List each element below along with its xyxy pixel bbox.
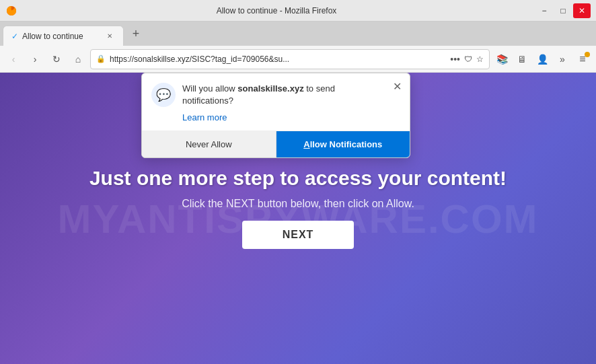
title-bar-title: Allow to continue - Mozilla Firefox bbox=[17, 6, 535, 15]
main-heading: Just one more step to access your conten… bbox=[76, 167, 520, 190]
sub-text: Click the NEXT button below, then click … bbox=[182, 198, 414, 210]
title-bar-controls: − □ ✕ bbox=[535, 3, 591, 18]
menu-button[interactable]: ≡ bbox=[573, 50, 592, 69]
close-button[interactable]: ✕ bbox=[573, 3, 591, 18]
notif-site: sonalskillse.xyz bbox=[237, 83, 303, 94]
page-content: MYANTISPYWARE.COM 💬 Will you allow sonal… bbox=[0, 73, 596, 364]
forward-button[interactable]: › bbox=[26, 50, 44, 69]
new-tab-button[interactable]: + bbox=[126, 24, 145, 43]
home-button[interactable]: ⌂ bbox=[69, 50, 87, 69]
more-button[interactable]: ••• bbox=[450, 54, 460, 65]
account-button[interactable]: 👤 bbox=[533, 50, 552, 69]
tab-bar: ✓ Allow to continue ✕ + bbox=[0, 22, 596, 46]
title-bar: Allow to continue - Mozilla Firefox − □ … bbox=[0, 0, 596, 22]
allow-text-rest: llow Notifications bbox=[310, 139, 383, 149]
allow-underline: A bbox=[303, 139, 309, 149]
maximize-button[interactable]: □ bbox=[554, 3, 572, 18]
nav-bar: ‹ › ↻ ⌂ 🔒 https://sonalskillse.xyz/SISC?… bbox=[0, 46, 596, 73]
url-text: https://sonalskillse.xyz/SISC?tag_id=709… bbox=[110, 54, 446, 64]
notif-title-part1: Will you allow bbox=[182, 83, 237, 94]
title-bar-left bbox=[5, 5, 17, 17]
reload-button[interactable]: ↻ bbox=[47, 50, 66, 69]
back-button[interactable]: ‹ bbox=[4, 50, 23, 69]
tab-check-icon: ✓ bbox=[11, 32, 18, 41]
active-tab[interactable]: ✓ Allow to continue ✕ bbox=[3, 26, 124, 46]
library-button[interactable]: 📚 bbox=[492, 50, 511, 69]
bookmark-icon[interactable]: ☆ bbox=[476, 54, 484, 64]
tab-close-button[interactable]: ✕ bbox=[104, 31, 115, 42]
extensions-button[interactable]: » bbox=[553, 50, 572, 69]
address-bar[interactable]: 🔒 https://sonalskillse.xyz/SISC?tag_id=7… bbox=[90, 49, 490, 69]
notification-text: Will you allow sonalskillse.xyz to send … bbox=[182, 83, 400, 107]
notification-header: 💬 Will you allow sonalskillse.xyz to sen… bbox=[142, 73, 410, 112]
notification-icon: 💬 bbox=[151, 83, 176, 107]
notification-actions: Never Allow Allow Notifications bbox=[142, 131, 410, 157]
minimize-button[interactable]: − bbox=[535, 3, 553, 18]
firefox-icon bbox=[5, 5, 17, 17]
allow-notifications-button[interactable]: Allow Notifications bbox=[276, 131, 410, 157]
shield-icon: 🛡 bbox=[464, 54, 472, 64]
learn-more-link[interactable]: Learn more bbox=[142, 112, 410, 131]
tab-label: Allow to continue bbox=[22, 32, 83, 41]
sync-button[interactable]: 🖥 bbox=[513, 50, 531, 69]
menu-badge bbox=[585, 52, 590, 57]
never-allow-button[interactable]: Never Allow bbox=[142, 131, 276, 157]
nav-right-icons: 📚 🖥 👤 » ≡ bbox=[492, 50, 592, 69]
notification-close-button[interactable]: ✕ bbox=[389, 79, 404, 94]
notification-popup: 💬 Will you allow sonalskillse.xyz to sen… bbox=[141, 73, 410, 158]
next-button[interactable]: NEXT bbox=[242, 221, 355, 249]
security-icon: 🔒 bbox=[96, 54, 106, 63]
